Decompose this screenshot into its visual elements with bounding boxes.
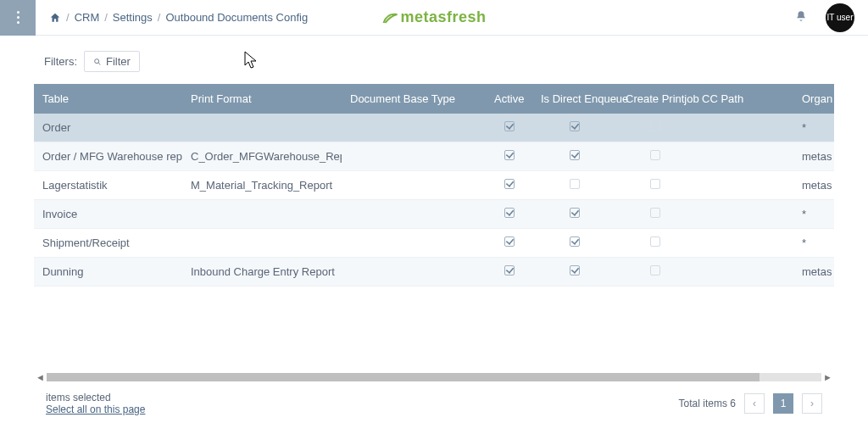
cell[interactable] (693, 229, 793, 258)
cell[interactable]: * (793, 229, 834, 258)
select-all-link[interactable]: Select all on this page (46, 403, 145, 415)
cell[interactable] (693, 171, 793, 200)
avatar[interactable]: IT user (826, 3, 854, 32)
cell[interactable]: Order / MFG Warehouse report (34, 142, 182, 171)
cell[interactable] (532, 258, 617, 287)
cell[interactable] (532, 229, 617, 258)
column-header[interactable]: Is Direct Enqueue (532, 84, 617, 114)
breadcrumb-settings[interactable]: Settings (113, 11, 153, 24)
cell[interactable] (342, 142, 486, 171)
cell[interactable] (693, 114, 793, 142)
cell[interactable] (617, 171, 693, 200)
cell[interactable] (532, 114, 617, 142)
page-next-button[interactable]: › (802, 393, 822, 414)
horizontal-scrollbar[interactable]: ◄ ► (34, 371, 834, 383)
cell[interactable] (486, 258, 532, 287)
column-header[interactable]: Print Format (182, 84, 342, 114)
table-row[interactable]: Order / MFG Warehouse reportC_Order_MFGW… (34, 142, 834, 171)
column-header[interactable]: CC Path (693, 84, 793, 114)
page-current-button[interactable]: 1 (773, 393, 793, 414)
cell[interactable] (342, 114, 486, 142)
main-menu-button[interactable] (0, 0, 36, 36)
cell[interactable] (342, 200, 486, 229)
cell[interactable] (617, 258, 693, 287)
scroll-thumb[interactable] (47, 373, 760, 381)
cell[interactable] (342, 229, 486, 258)
filters-row: Filters: Filter (0, 36, 868, 84)
cell[interactable] (532, 200, 617, 229)
checkbox-unchecked-icon[interactable] (650, 121, 660, 131)
scroll-track[interactable] (47, 373, 821, 381)
cell[interactable]: Inbound Charge Entry Report (182, 258, 342, 287)
scroll-left-icon[interactable]: ◄ (34, 372, 47, 382)
cell[interactable]: Dunning (34, 258, 182, 287)
cell[interactable] (182, 229, 342, 258)
cell[interactable] (486, 142, 532, 171)
table-row[interactable]: LagerstatistikM_Material_Tracking_Report… (34, 171, 834, 200)
table-row[interactable]: DunningInbound Charge Entry Reportmetas (34, 258, 834, 287)
checkbox-checked-icon[interactable] (504, 208, 515, 218)
home-icon[interactable] (49, 12, 61, 24)
breadcrumb-current[interactable]: Outbound Documents Config (165, 11, 308, 24)
column-header[interactable]: Active (486, 84, 532, 114)
cell[interactable]: metas (793, 142, 834, 171)
cell[interactable]: * (793, 114, 834, 142)
cell[interactable]: * (793, 200, 834, 229)
checkbox-unchecked-icon[interactable] (650, 179, 660, 189)
table-row[interactable]: Shipment/Receipt* (34, 229, 834, 258)
checkbox-checked-icon[interactable] (570, 150, 580, 160)
checkbox-checked-icon[interactable] (570, 208, 580, 218)
checkbox-checked-icon[interactable] (504, 236, 515, 247)
cell[interactable] (532, 142, 617, 171)
page-prev-button[interactable]: ‹ (744, 393, 765, 414)
checkbox-checked-icon[interactable] (504, 265, 515, 275)
cell[interactable] (617, 114, 693, 142)
cell[interactable] (182, 200, 342, 229)
cell[interactable] (342, 171, 486, 200)
cell[interactable]: metas (793, 258, 834, 287)
cell[interactable] (486, 200, 532, 229)
breadcrumb: / CRM / Settings / Outbound Documents Co… (49, 11, 308, 24)
checkbox-unchecked-icon[interactable] (570, 179, 580, 189)
cell[interactable]: Invoice (34, 200, 182, 229)
cell[interactable] (486, 229, 532, 258)
table-row[interactable]: Invoice* (34, 200, 834, 229)
cell[interactable] (617, 229, 693, 258)
cell[interactable]: metas (793, 171, 834, 200)
cell[interactable] (532, 171, 617, 200)
checkbox-checked-icon[interactable] (504, 121, 515, 131)
cell[interactable] (486, 114, 532, 142)
breadcrumb-crm[interactable]: CRM (75, 11, 100, 24)
cell[interactable]: Shipment/Receipt (34, 229, 182, 258)
topbar: / CRM / Settings / Outbound Documents Co… (0, 0, 868, 36)
checkbox-unchecked-icon[interactable] (650, 150, 660, 160)
checkbox-checked-icon[interactable] (570, 265, 580, 275)
cell[interactable] (182, 114, 342, 142)
checkbox-checked-icon[interactable] (504, 150, 515, 160)
cell[interactable] (693, 142, 793, 171)
cell[interactable] (693, 258, 793, 287)
table-row[interactable]: Order* (34, 114, 834, 142)
checkbox-checked-icon[interactable] (570, 121, 580, 131)
notifications-icon[interactable] (795, 9, 807, 25)
cell[interactable] (617, 142, 693, 171)
column-header[interactable]: Table (34, 84, 182, 114)
scroll-right-icon[interactable]: ► (821, 372, 834, 382)
checkbox-unchecked-icon[interactable] (650, 208, 660, 218)
cell[interactable] (617, 200, 693, 229)
checkbox-unchecked-icon[interactable] (650, 265, 660, 275)
cell[interactable]: C_Order_MFGWarehouse_Report (182, 142, 342, 171)
cell[interactable]: Order (34, 114, 182, 142)
checkbox-unchecked-icon[interactable] (650, 236, 660, 247)
cell[interactable] (486, 171, 532, 200)
column-header[interactable]: Document Base Type (342, 84, 486, 114)
cell[interactable] (693, 200, 793, 229)
checkbox-checked-icon[interactable] (570, 236, 580, 247)
filter-button[interactable]: Filter (84, 51, 140, 72)
checkbox-checked-icon[interactable] (504, 179, 515, 189)
cell[interactable]: Lagerstatistik (34, 171, 182, 200)
column-header[interactable]: Create Printjob (617, 84, 693, 114)
column-header[interactable]: Organ (793, 84, 834, 114)
cell[interactable]: M_Material_Tracking_Report (182, 171, 342, 200)
cell[interactable] (342, 258, 486, 287)
